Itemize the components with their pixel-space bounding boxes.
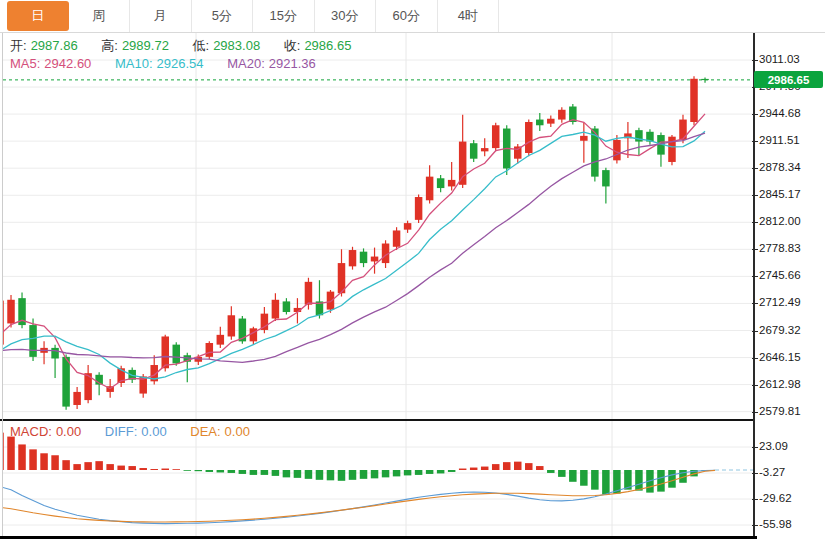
candle: [228, 306, 236, 339]
macd-bar: [569, 470, 577, 482]
macd-bar: [448, 470, 456, 472]
tab-month[interactable]: 月: [130, 0, 192, 32]
macd-value: 0.00: [56, 424, 81, 439]
macd-bar: [470, 468, 478, 470]
macd-bar: [294, 470, 302, 478]
timeframe-tabbar: 日周月5分15分30分60分4时: [0, 0, 825, 33]
macd-bar: [272, 470, 280, 476]
macd-bar: [250, 470, 257, 475]
current-price-tag: 2986.65: [754, 71, 823, 88]
candle: [547, 115, 555, 126]
macd-bar: [7, 437, 15, 470]
price-axis-label: 2745.66: [759, 269, 801, 281]
macd-bar: [404, 470, 412, 475]
candle: [7, 295, 15, 328]
macd-bar: [51, 455, 59, 470]
macd-bar: [117, 466, 125, 470]
price-axis-label: 2646.15: [759, 351, 801, 363]
candle: [261, 307, 269, 333]
tab-day[interactable]: 日: [7, 1, 69, 31]
diff-label: DIFF:: [105, 424, 138, 439]
ma20-label: MA20:: [227, 56, 265, 71]
macd-bar: [371, 470, 379, 478]
price-axis-label: 2579.81: [759, 405, 801, 417]
tab-m5[interactable]: 5分: [192, 0, 254, 32]
dea-value: 0.00: [225, 424, 250, 439]
price-axis-label: 2845.17: [759, 188, 801, 200]
candle: [558, 107, 566, 122]
macd-bar: [173, 469, 181, 470]
candle: [371, 248, 379, 274]
macd-bar: [62, 460, 70, 470]
price-axis-label: 2679.32: [759, 324, 801, 336]
macd-bar: [580, 470, 588, 486]
price-axis-label: 2812.00: [759, 215, 801, 227]
candle: [525, 120, 533, 157]
tab-week[interactable]: 周: [69, 0, 131, 32]
candle: [272, 293, 280, 321]
candle: [646, 129, 654, 144]
candle: [701, 77, 709, 82]
candlestick-chart-canvas[interactable]: [3, 33, 753, 419]
ma20-line: [3, 133, 705, 362]
macd-bar: [316, 470, 324, 480]
macd-label: MACD:: [10, 424, 52, 439]
candle: [150, 355, 158, 384]
main-chart-panel[interactable]: [3, 33, 753, 419]
high-label: 高:: [101, 38, 118, 53]
macd-axis-label: 23.09: [759, 440, 788, 452]
macd-bar: [95, 461, 103, 470]
ohlc-row: 开:2987.86 高:2989.72 低:2983.08 收:2986.65: [10, 37, 355, 55]
candle: [84, 365, 92, 403]
tab-m15[interactable]: 15分: [253, 0, 315, 32]
candle: [206, 341, 214, 359]
macd-bar: [635, 470, 643, 491]
candle: [217, 327, 225, 348]
candle: [437, 175, 445, 192]
price-axis-label: 2911.51: [759, 134, 800, 146]
macd-bar: [283, 470, 291, 477]
macd-bar: [602, 470, 610, 495]
macd-bar: [139, 468, 147, 470]
tab-m60[interactable]: 60分: [376, 0, 438, 32]
macd-bar: [106, 464, 114, 470]
candle: [536, 113, 544, 131]
candle: [668, 135, 676, 165]
ma20-value: 2921.36: [269, 56, 316, 71]
macd-bar: [327, 470, 335, 480]
candle: [657, 133, 665, 167]
candle: [51, 345, 59, 378]
ma10-value: 2926.54: [157, 56, 204, 71]
macd-bar: [228, 470, 236, 473]
macd-bar: [591, 470, 599, 490]
macd-bar: [184, 470, 192, 471]
macd-bar: [426, 470, 434, 474]
price-axis-label: 2878.34: [759, 161, 801, 173]
macd-bar: [668, 470, 676, 488]
candle: [283, 298, 291, 314]
low-label: 低:: [193, 38, 210, 53]
candle: [448, 162, 456, 191]
candle: [360, 248, 368, 267]
macd-values-row: MACD:0.00 DIFF:0.00 DEA:0.00: [10, 424, 254, 439]
macd-bar: [481, 467, 489, 470]
candle: [415, 195, 423, 224]
candle: [73, 387, 81, 409]
macd-bar: [195, 470, 203, 471]
macd-bar: [73, 464, 81, 470]
candle: [690, 76, 698, 125]
trading-chart-app: 日周月5分15分30分60分4时 开:2987.86 高:2989.72 低:2…: [0, 0, 825, 540]
candle: [580, 123, 588, 163]
price-axis-label: 2712.49: [759, 296, 801, 308]
ma10-label: MA10:: [115, 56, 153, 71]
macd-bar: [536, 466, 544, 470]
macd-bar: [40, 453, 48, 470]
ma5-label: MA5:: [10, 56, 40, 71]
candle: [173, 342, 181, 366]
open-value: 2987.86: [31, 38, 78, 53]
tab-m30[interactable]: 30分: [315, 0, 377, 32]
close-label: 收:: [284, 38, 301, 53]
macd-bar: [492, 464, 500, 470]
tab-h4[interactable]: 4时: [438, 0, 500, 32]
macd-bar: [84, 462, 92, 470]
